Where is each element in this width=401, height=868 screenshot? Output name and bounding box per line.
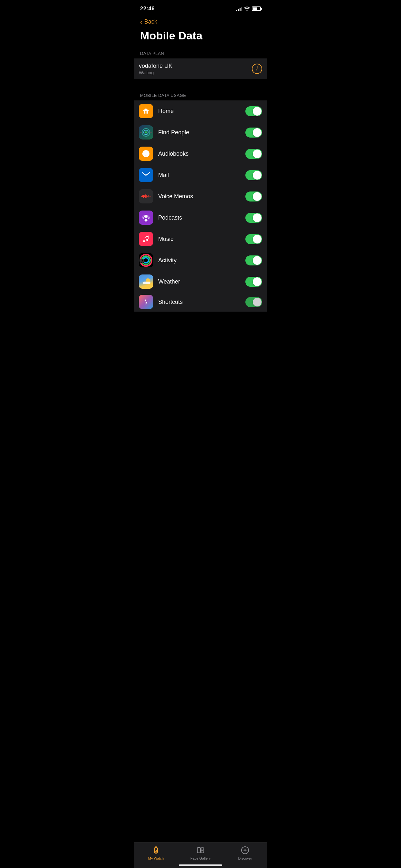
mail-label: Mail [158, 172, 245, 179]
vodafone-status: Waiting [139, 70, 173, 75]
back-button[interactable]: ‹ Back [134, 16, 267, 27]
podcasts-toggle[interactable] [245, 213, 262, 223]
svg-rect-17 [147, 196, 148, 197]
data-plan-section-header: DATA PLAN [134, 49, 267, 58]
music-toggle[interactable] [245, 234, 262, 244]
data-plan-container: vodafone UK Waiting i [134, 58, 267, 79]
svg-rect-13 [143, 195, 144, 198]
wifi-icon [244, 6, 250, 11]
svg-rect-19 [149, 196, 150, 197]
svg-line-24 [145, 236, 148, 237]
shortcuts-label: Shortcuts [158, 299, 245, 306]
svg-rect-11 [141, 196, 142, 197]
vodafone-name: vodafone UK [139, 63, 173, 69]
podcasts-label: Podcasts [158, 214, 245, 221]
mail-toggle[interactable] [245, 170, 262, 180]
list-item-findpeople: Find People [134, 122, 267, 143]
svg-rect-14 [144, 195, 145, 197]
voicememos-label: Voice Memos [158, 193, 245, 200]
home-app-icon [139, 104, 153, 118]
home-toggle[interactable] [245, 106, 262, 116]
svg-rect-16 [146, 195, 147, 197]
list-item-home: Home [134, 100, 267, 122]
audiobooks-toggle[interactable] [245, 149, 262, 159]
list-item-voicememos: Voice Memos [134, 186, 267, 207]
audiobooks-app-icon [139, 147, 153, 161]
list-item-music: Music [134, 228, 267, 250]
list-item-mail: Mail [134, 164, 267, 186]
activity-label: Activity [158, 257, 245, 264]
svg-rect-20 [150, 196, 150, 197]
findpeople-toggle[interactable] [245, 128, 262, 137]
section-spacer-1 [134, 79, 267, 90]
data-usage-section-header: MOBILE DATA USAGE [134, 90, 267, 100]
activity-toggle[interactable] [245, 255, 262, 266]
svg-point-4 [145, 131, 147, 133]
vodafone-info: vodafone UK Waiting [139, 63, 173, 75]
home-label: Home [158, 108, 245, 115]
info-button[interactable]: i [252, 64, 262, 74]
voicememos-app-icon [139, 189, 153, 204]
svg-rect-12 [142, 195, 143, 197]
signal-bars-icon [236, 6, 242, 11]
list-item-activity: Activity [134, 250, 267, 271]
list-item-weather: Weather [134, 271, 267, 292]
svg-rect-25 [139, 253, 153, 268]
weather-toggle[interactable] [245, 277, 262, 287]
page-title: Mobile Data [134, 27, 267, 49]
weather-app-icon [139, 275, 153, 289]
list-item-shortcuts: Shortcuts [134, 292, 267, 312]
voicememos-toggle[interactable] [245, 191, 262, 202]
findpeople-label: Find People [158, 129, 245, 136]
music-app-icon [139, 232, 153, 246]
music-label: Music [158, 236, 245, 243]
audiobooks-label: Audiobooks [158, 151, 245, 157]
podcasts-app-icon [139, 211, 153, 225]
shortcuts-toggle[interactable] [245, 297, 262, 307]
svg-rect-18 [148, 195, 149, 197]
battery-icon [252, 6, 261, 11]
weather-label: Weather [158, 278, 245, 285]
shortcuts-app-icon [139, 295, 153, 309]
svg-rect-15 [145, 194, 146, 198]
app-list: Home [134, 100, 267, 312]
activity-app-icon [139, 253, 153, 268]
status-icons [236, 6, 261, 11]
back-chevron-icon: ‹ [140, 18, 143, 26]
list-item-audiobooks: Audiobooks [134, 143, 267, 164]
mail-app-icon [139, 168, 153, 182]
vodafone-row[interactable]: vodafone UK Waiting i [134, 58, 267, 79]
findpeople-app-icon [139, 125, 153, 140]
status-time: 22:46 [140, 5, 155, 12]
svg-point-0 [145, 111, 147, 112]
status-bar: 22:46 [134, 0, 267, 16]
list-item-podcasts: Podcasts [134, 207, 267, 228]
back-label: Back [144, 19, 157, 25]
